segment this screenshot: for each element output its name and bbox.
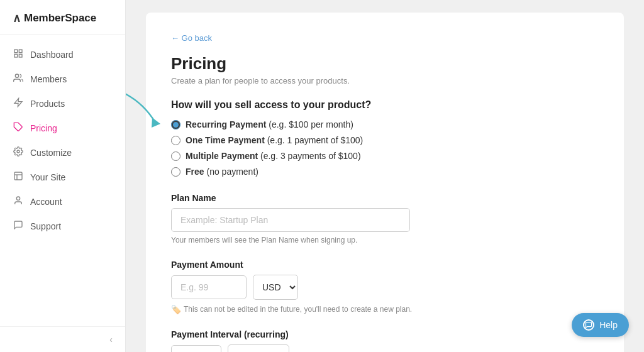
radio-one-time[interactable] — [171, 136, 180, 145]
products-icon — [13, 97, 24, 109]
support-icon — [13, 220, 24, 232]
go-back-link[interactable]: ← Go back — [171, 33, 212, 43]
sidebar-collapse: ‹ — [0, 326, 125, 352]
sidebar-item-your-site[interactable]: Your Site — [0, 165, 125, 189]
sidebar-item-dashboard[interactable]: Dashboard — [0, 42, 125, 67]
sidebar-item-products[interactable]: Products — [0, 91, 125, 116]
payment-interval-label: Payment Interval (recurring) — [171, 329, 599, 339]
sidebar-label-account: Account — [30, 197, 62, 207]
sidebar-label-customize: Customize — [30, 148, 72, 158]
content-card: ← Go back Pricing Create a plan for peop… — [146, 13, 624, 352]
plan-name-section: Plan Name Your members will see the Plan… — [171, 193, 599, 245]
svg-marker-10 — [152, 118, 160, 128]
svg-rect-0 — [14, 50, 18, 53]
payment-options: Recurring Payment (e.g. $100 per month) … — [171, 119, 599, 177]
plan-name-helper: Your members will see the Plan Name when… — [171, 236, 599, 245]
svg-point-7 — [17, 150, 19, 153]
your-site-icon — [13, 171, 24, 183]
sidebar-nav: Dashboard Members Products Pricing Custo… — [0, 35, 125, 326]
option-recurring[interactable]: Recurring Payment (e.g. $100 per month) — [171, 119, 599, 129]
option-recurring-example: (e.g. $100 per month) — [269, 119, 353, 129]
sidebar-item-customize[interactable]: Customize — [0, 140, 125, 165]
page-title: Pricing — [171, 54, 599, 74]
sidebar-label-products: Products — [30, 99, 65, 109]
svg-rect-1 — [19, 50, 22, 53]
option-one-time-example: (e.g. 1 payment of $100) — [267, 135, 364, 145]
option-one-time-label: One Time Payment — [186, 135, 265, 145]
svg-rect-3 — [19, 54, 22, 57]
option-multiple[interactable]: Multiple Payment (e.g. 3 payments of $10… — [171, 151, 599, 161]
payment-amount-label: Payment Amount — [171, 260, 599, 270]
plan-name-label: Plan Name — [171, 193, 599, 203]
sidebar: ∧ MemberSpace Dashboard Members Products — [0, 0, 126, 352]
radio-multiple[interactable] — [171, 151, 180, 161]
svg-rect-8 — [14, 172, 22, 180]
sidebar-label-pricing: Pricing — [30, 123, 57, 133]
sidebar-label-dashboard: Dashboard — [30, 50, 74, 60]
help-label: Help — [599, 320, 618, 330]
option-free-example: (no payment) — [206, 167, 258, 177]
arrow-annotation — [126, 79, 162, 135]
interval-input[interactable] — [171, 345, 221, 352]
radio-free[interactable] — [171, 167, 180, 177]
option-recurring-label: Recurring Payment — [186, 119, 266, 129]
option-multiple-label: Multiple Payment — [186, 151, 258, 161]
payment-amount-input[interactable] — [171, 275, 247, 299]
members-icon — [13, 73, 24, 85]
payment-question: How will you sell access to your product… — [171, 99, 599, 111]
dashboard-icon — [13, 48, 24, 60]
payment-amount-warning: 🏷️ This can not be edited in the future,… — [171, 305, 599, 314]
option-free[interactable]: Free (no payment) — [171, 167, 599, 177]
payment-interval-section: Payment Interval (recurring) month(s) we… — [171, 329, 599, 352]
chat-icon — [583, 319, 594, 331]
help-button[interactable]: Help — [572, 313, 629, 337]
option-free-label: Free — [186, 167, 204, 177]
radio-recurring[interactable] — [171, 120, 180, 129]
sidebar-item-account[interactable]: Account — [0, 189, 125, 214]
main-content: ← Go back Pricing Create a plan for peop… — [126, 0, 644, 352]
currency-select[interactable]: USD EUR GBP CAD AUD — [253, 275, 298, 300]
sidebar-label-members: Members — [30, 74, 67, 84]
collapse-button[interactable]: ‹ — [109, 334, 113, 344]
interval-row: month(s) week(s) year(s) — [171, 344, 599, 352]
plan-name-input[interactable] — [171, 208, 410, 232]
option-multiple-example: (e.g. 3 payments of $100) — [260, 151, 361, 161]
pricing-icon — [13, 122, 24, 134]
svg-point-9 — [16, 197, 19, 200]
customize-icon — [13, 146, 24, 158]
page-subtitle: Create a plan for people to access your … — [171, 76, 599, 85]
brand-logo: ∧ MemberSpace — [0, 0, 125, 35]
logo-icon: ∧ — [13, 11, 21, 25]
sidebar-item-support[interactable]: Support — [0, 214, 125, 238]
warning-emoji: 🏷️ — [171, 305, 181, 314]
payment-amount-warning-text: This can not be edited in the future, yo… — [184, 305, 412, 314]
sidebar-label-your-site: Your Site — [30, 172, 65, 182]
payment-amount-row: USD EUR GBP CAD AUD — [171, 275, 599, 300]
payment-amount-section: Payment Amount USD EUR GBP CAD AUD 🏷️ Th… — [171, 260, 599, 314]
sidebar-item-members[interactable]: Members — [0, 67, 125, 91]
brand-name: MemberSpace — [24, 12, 96, 25]
sidebar-label-support: Support — [30, 221, 61, 231]
option-one-time[interactable]: One Time Payment (e.g. 1 payment of $100… — [171, 135, 599, 145]
svg-rect-2 — [14, 54, 18, 57]
interval-select[interactable]: month(s) week(s) year(s) — [228, 344, 289, 352]
account-icon — [13, 195, 24, 207]
sidebar-item-pricing[interactable]: Pricing — [0, 116, 125, 140]
svg-marker-5 — [14, 98, 22, 106]
svg-point-4 — [15, 74, 18, 77]
